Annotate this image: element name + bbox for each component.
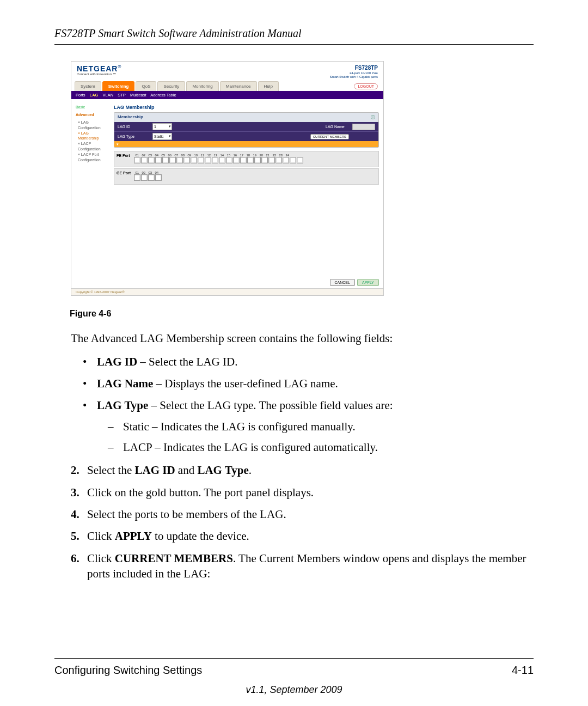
sidenav-lacp-port-config[interactable]: » LACP Port Configuration [78, 152, 109, 163]
port-checkbox[interactable] [134, 174, 140, 181]
figure-caption: Figure 4-6 [70, 309, 534, 319]
footer-section: Configuring Switching Settings [54, 664, 202, 677]
tab-system[interactable]: System [75, 81, 101, 91]
field-lag-id: LAG ID – Select the LAG ID. [83, 354, 534, 369]
subtab-vlan[interactable]: VLAN [103, 93, 114, 98]
port-checkbox[interactable] [169, 157, 176, 163]
step-6: Click CURRENT MEMBERS. The Current Membe… [71, 551, 534, 582]
running-header: FS728TP Smart Switch Software Administra… [54, 27, 534, 40]
port-checkbox[interactable] [191, 157, 197, 163]
port-checkbox[interactable] [297, 157, 303, 163]
port-checkbox[interactable] [148, 157, 155, 163]
port-checkbox[interactable] [162, 157, 169, 163]
help-icon[interactable]: ⓘ [371, 114, 375, 120]
port-checkbox[interactable] [176, 157, 183, 163]
apply-button[interactable]: APPLY [357, 279, 379, 286]
tab-switching[interactable]: Switching [102, 81, 135, 91]
copyright-label: Copyright © 1996-2007 Netgear® [71, 288, 383, 295]
port-checkbox[interactable] [155, 174, 162, 181]
footer-page: 4-11 [512, 664, 534, 677]
sidenav: Basic Advanced » LAG Configuration » LAG… [76, 105, 109, 273]
footer-rule [54, 658, 534, 659]
port-checkbox[interactable] [141, 174, 148, 181]
tab-maintenance[interactable]: Maintenance [220, 81, 257, 91]
port-checkbox[interactable] [148, 174, 155, 181]
fe-ports-label: FE Port [117, 154, 133, 157]
current-members-button[interactable]: CURRENT MEMBERS [310, 134, 349, 139]
ge-ports-panel: GE Port 01020304 [114, 168, 379, 185]
sidenav-lag-config[interactable]: » LAG Configuration [78, 120, 109, 131]
subtab-bar: Ports LAG VLAN STP Multicast Address Tab… [71, 91, 383, 99]
ge-ports-label: GE Port [117, 171, 133, 175]
panel-title: LAG Membership [114, 105, 379, 110]
tab-help[interactable]: Help [258, 81, 279, 91]
intro-text: The Advanced LAG Membership screen conta… [71, 331, 534, 346]
lag-type-select[interactable]: Static [152, 133, 172, 140]
cancel-button[interactable]: CANCEL [330, 279, 355, 286]
subtab-stp[interactable]: STP [118, 93, 126, 98]
port-checkbox[interactable] [226, 157, 232, 163]
port-checkbox[interactable] [268, 157, 275, 163]
lag-id-select[interactable]: 1 [152, 123, 172, 130]
tab-monitoring[interactable]: Monitoring [186, 81, 218, 91]
fe-ports-panel: FE Port 01020304050607080910111213141516… [114, 151, 379, 167]
port-checkbox[interactable] [219, 157, 225, 163]
membership-box: Membershipⓘ LAG ID 1 LAG Name LAG Type S… [114, 112, 379, 148]
sidenav-lag-membership[interactable]: » LAG Membership [78, 131, 109, 142]
tab-security[interactable]: Security [157, 81, 185, 91]
sidenav-advanced[interactable]: Advanced [76, 112, 109, 118]
lag-name-field[interactable] [352, 124, 375, 130]
field-lag-type-lacp: LACP – Indicates the LAG is configured a… [103, 440, 534, 455]
field-lag-type-static: Static – Indicates the LAG is configured… [103, 419, 534, 434]
port-checkbox[interactable] [275, 157, 282, 163]
field-lag-name: LAG Name – Displays the user-defined LAG… [83, 376, 534, 391]
membership-box-head: Membershipⓘ [114, 113, 378, 122]
port-checkbox[interactable] [240, 157, 247, 163]
lag-type-label: LAG Type [118, 135, 150, 138]
port-checkbox[interactable] [141, 157, 148, 163]
port-checkbox[interactable] [155, 157, 162, 163]
port-checkbox[interactable] [283, 157, 289, 163]
model-label: FS728TP 24-port 10/100 PoE Smart Switch … [330, 65, 378, 79]
sidenav-lacp-config[interactable]: » LACP Configuration [78, 141, 109, 152]
port-checkbox[interactable] [212, 157, 218, 163]
port-checkbox[interactable] [205, 157, 211, 163]
step-3: Click on the gold button. The port panel… [71, 485, 534, 500]
screenshot-lag-membership: NETGEAR® Connect with Innovation ™ FS728… [71, 61, 384, 296]
lag-id-label: LAG ID [118, 125, 150, 129]
subtab-ports[interactable]: Ports [76, 93, 85, 98]
lag-name-label: LAG Name [326, 125, 350, 129]
port-checkbox[interactable] [183, 157, 190, 163]
field-lag-type: LAG Type – Select the LAG type. The poss… [83, 398, 534, 455]
tab-qos[interactable]: QoS [136, 81, 156, 91]
logout-button[interactable]: LOGOUT [354, 83, 378, 89]
sidenav-basic[interactable]: Basic [76, 105, 109, 110]
port-checkbox[interactable] [233, 157, 240, 163]
port-checkbox[interactable] [261, 157, 268, 163]
subtab-address-table[interactable]: Address Table [150, 93, 176, 98]
header-rule [54, 44, 534, 45]
step-5: Click APPLY to update the device. [71, 528, 534, 544]
brand-logo: NETGEAR® Connect with Innovation ™ [77, 65, 121, 76]
port-checkbox[interactable] [198, 157, 204, 163]
step-2: Select the LAG ID and LAG Type. [71, 462, 534, 478]
footer-version: v1.1, September 2009 [54, 684, 534, 696]
subtab-lag[interactable]: LAG [90, 93, 99, 98]
step-4: Select the ports to be members of the LA… [71, 507, 534, 522]
subtab-multicast[interactable]: Multicast [130, 93, 146, 98]
port-checkbox[interactable] [290, 157, 296, 163]
port-checkbox[interactable] [254, 157, 261, 163]
port-checkbox[interactable] [134, 157, 140, 163]
expand-gold-bar[interactable]: ▾ [114, 141, 378, 147]
port-checkbox[interactable] [247, 157, 254, 163]
